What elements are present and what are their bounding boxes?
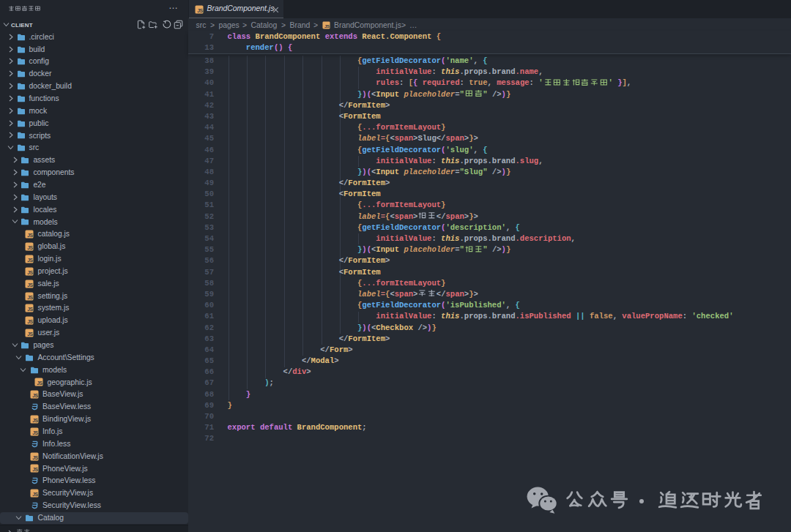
svg-text:JS: JS: [32, 455, 38, 460]
svg-text:JS: JS: [32, 430, 38, 435]
svg-text:JS: JS: [27, 233, 33, 238]
svg-text:JS: JS: [27, 282, 33, 288]
svg-text:JS: JS: [27, 295, 33, 300]
svg-text:JS: JS: [27, 307, 33, 312]
svg-text:JS: JS: [32, 393, 38, 398]
svg-text:JS: JS: [37, 381, 42, 386]
svg-text:JS: JS: [27, 319, 33, 324]
svg-text:JS: JS: [27, 270, 33, 275]
svg-text:JS: JS: [197, 8, 203, 13]
svg-text:JS: JS: [32, 418, 38, 423]
svg-text:JS: JS: [27, 331, 33, 337]
svg-text:JS: JS: [32, 492, 38, 497]
svg-text:JS: JS: [324, 23, 329, 29]
svg-text:JS: JS: [32, 467, 38, 472]
svg-text:JS: JS: [27, 258, 33, 263]
svg-text:JS: JS: [27, 245, 33, 250]
